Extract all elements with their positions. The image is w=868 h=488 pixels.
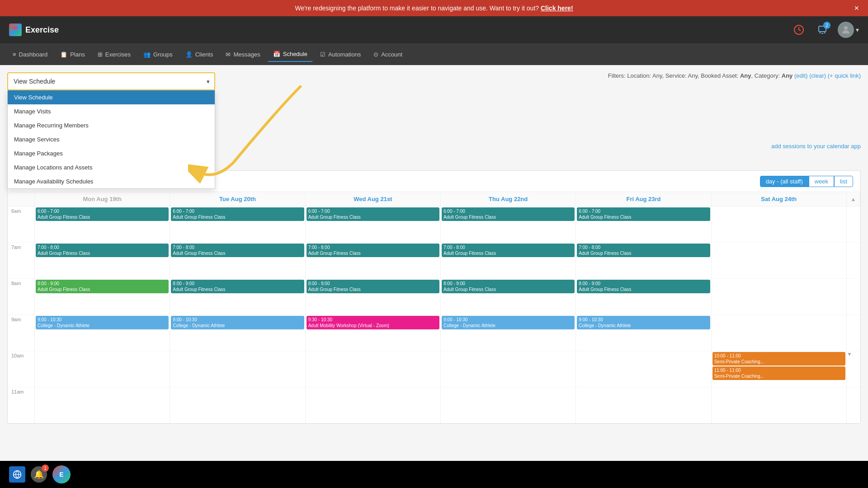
event-thu-8am[interactable]: 8:00 - 9:00 Adult Group Fitness Class	[442, 280, 575, 293]
cal-cell-mon-9am[interactable]: 9:00 - 10:30 College - Dynamic Athlete	[35, 315, 170, 351]
cal-cell-tue-8am[interactable]: 8:00 - 9:00 Adult Group Fitness Class	[170, 279, 305, 315]
event-title: Semi-Private Coaching...	[714, 359, 844, 365]
calendar-container: ‹ › day - (all staff) week list Mon Aug …	[7, 170, 861, 424]
event-thu-9am[interactable]: 9:00 - 10:30 College - Dynamic Athlete	[442, 316, 575, 329]
event-mon-6am[interactable]: 6:00 - 7:00 Adult Group Fitness Class	[36, 207, 169, 221]
cal-cell-tue-9am[interactable]: 9:00 - 10:30 College - Dynamic Athlete	[170, 315, 305, 351]
user-avatar-dropdown[interactable]: ▾	[838, 22, 859, 38]
event-time: 8:00 - 9:00	[579, 281, 708, 286]
cal-cell-wed-11am[interactable]	[306, 387, 441, 423]
nav-item-clients[interactable]: 👤 Clients	[180, 47, 219, 61]
notifications-button[interactable]: 2	[814, 22, 830, 38]
schedule-select[interactable]: View Schedule Manage Visits Manage Recur…	[7, 72, 215, 90]
dropdown-item-manage-packages[interactable]: Manage Packages	[8, 146, 215, 160]
cal-cell-wed-7am[interactable]: 7:00 - 8:00 Adult Group Fitness Class	[306, 243, 441, 279]
cal-cell-sat-8am[interactable]	[712, 279, 847, 315]
event-sat-10am-1[interactable]: 10:00 - 11:00 Semi-Private Coaching...	[712, 352, 845, 366]
taskbar-icon-browser[interactable]	[9, 466, 25, 477]
event-tue-7am[interactable]: 7:00 - 8:00 Adult Group Fitness Class	[171, 244, 304, 257]
event-tue-9am[interactable]: 9:00 - 10:30 College - Dynamic Athlete	[171, 316, 304, 329]
calendar-view-day[interactable]: day - (all staff)	[760, 176, 809, 187]
cal-cell-wed-8am[interactable]: 8:00 - 9:00 Adult Group Fitness Class	[306, 279, 441, 315]
quick-link[interactable]: (+ quick link)	[828, 72, 861, 79]
cal-cell-fri-11am[interactable]	[576, 387, 711, 423]
nav-item-schedule[interactable]: 📅 Schedule	[268, 47, 313, 62]
cal-cell-fri-6am[interactable]: 6:00 - 7:00 Adult Group Fitness Class	[576, 206, 711, 243]
clear-filter-link[interactable]: (clear)	[809, 72, 826, 79]
notification-badge: 2	[823, 22, 830, 29]
scroll-up-button[interactable]: ▲	[851, 196, 856, 202]
event-thu-6am[interactable]: 6:00 - 7:00 Adult Group Fitness Class	[442, 207, 575, 221]
cal-cell-mon-6am[interactable]: 6:00 - 7:00 Adult Group Fitness Class	[35, 206, 170, 243]
dropdown-item-view-schedule[interactable]: View Schedule	[8, 90, 215, 104]
nav-item-automations[interactable]: ☑ Automations	[315, 47, 366, 61]
nav-item-groups[interactable]: 👥 Groups	[138, 47, 178, 61]
cal-cell-mon-7am[interactable]: 7:00 - 8:00 Adult Group Fitness Class	[35, 243, 170, 279]
cal-cell-wed-6am[interactable]: 6:00 - 7:00 Adult Group Fitness Class	[306, 206, 441, 243]
event-time: 8:00 - 9:00	[308, 281, 438, 286]
event-wed-9am[interactable]: 9:30 - 10:30 Adult Mobility Workshop (Vi…	[307, 316, 439, 329]
event-tue-8am[interactable]: 8:00 - 9:00 Adult Group Fitness Class	[171, 280, 304, 293]
dropdown-item-manage-recurring[interactable]: Manage Recurring Members	[8, 118, 215, 132]
banner-close-button[interactable]: ×	[854, 4, 859, 13]
taskbar-app-icon[interactable]: E	[52, 465, 71, 477]
main-content: View Schedule Manage Visits Manage Recur…	[0, 65, 868, 477]
nav-item-dashboard[interactable]: ≡ Dashboard	[7, 47, 53, 61]
cal-cell-tue-6am[interactable]: 6:00 - 7:00 Adult Group Fitness Class	[170, 206, 305, 243]
cal-cell-wed-9am[interactable]: 9:30 - 10:30 Adult Mobility Workshop (Vi…	[306, 315, 441, 351]
cal-cell-tue-7am[interactable]: 7:00 - 8:00 Adult Group Fitness Class	[170, 243, 305, 279]
event-thu-7am[interactable]: 7:00 - 8:00 Adult Group Fitness Class	[442, 244, 575, 257]
cal-cell-thu-6am[interactable]: 6:00 - 7:00 Adult Group Fitness Class	[441, 206, 576, 243]
event-wed-6am[interactable]: 6:00 - 7:00 Adult Group Fitness Class	[307, 207, 439, 221]
app-logo[interactable]: Exercise	[9, 23, 59, 36]
event-wed-8am[interactable]: 8:00 - 9:00 Adult Group Fitness Class	[307, 280, 439, 293]
event-mon-7am[interactable]: 7:00 - 8:00 Adult Group Fitness Class	[36, 244, 169, 257]
event-wed-7am[interactable]: 7:00 - 8:00 Adult Group Fitness Class	[307, 244, 439, 257]
event-tue-6am[interactable]: 6:00 - 7:00 Adult Group Fitness Class	[171, 207, 304, 221]
nav-item-exercises[interactable]: ⊞ Exercises	[92, 47, 136, 61]
taskbar-badge: 1	[42, 465, 49, 472]
event-mon-8am[interactable]: 8:00 - 9:00 Adult Group Fitness Class	[36, 280, 169, 293]
dropdown-item-manage-visits[interactable]: Manage Visits	[8, 104, 215, 118]
event-fri-6am[interactable]: 6:00 - 7:00 Adult Group Fitness Class	[577, 207, 710, 221]
cal-cell-thu-9am[interactable]: 9:00 - 10:30 College - Dynamic Athlete	[441, 315, 576, 351]
cal-cell-thu-8am[interactable]: 8:00 - 9:00 Adult Group Fitness Class	[441, 279, 576, 315]
cal-cell-mon-8am[interactable]: 8:00 - 9:00 Adult Group Fitness Class	[35, 279, 170, 315]
edit-filter-link[interactable]: (edit)	[794, 72, 808, 79]
cal-cell-mon-11am[interactable]	[35, 387, 170, 423]
event-mon-9am[interactable]: 9:00 - 10:30 College - Dynamic Athlete	[36, 316, 169, 329]
calendar-link[interactable]: add sessions to your calendar app	[771, 143, 861, 150]
nav-item-messages[interactable]: ✉ Messages	[220, 47, 265, 61]
cal-cell-thu-10am[interactable]	[441, 351, 576, 387]
clock-icon-button[interactable]	[791, 22, 807, 38]
cal-cell-thu-11am[interactable]	[441, 387, 576, 423]
cal-cell-sat-11am[interactable]	[712, 387, 847, 423]
cal-cell-mon-10am[interactable]	[35, 351, 170, 387]
event-time: 6:00 - 7:00	[308, 208, 438, 214]
nav-item-account[interactable]: ⊙ Account	[368, 47, 408, 61]
event-fri-9am[interactable]: 9:00 - 10:30 College - Dynamic Athlete	[577, 316, 710, 329]
cal-cell-sat-7am[interactable]	[712, 243, 847, 279]
cal-cell-sat-10am[interactable]: 10:00 - 11:00 Semi-Private Coaching... 1…	[712, 351, 847, 387]
cal-cell-tue-10am[interactable]	[170, 351, 305, 387]
event-sat-10am-2[interactable]: 11:00 - 11:00 Semi-Private Coaching...	[712, 366, 845, 380]
dropdown-item-manage-availability[interactable]: Manage Availability Schedules	[8, 174, 215, 188]
banner-link[interactable]: Click here!	[541, 5, 573, 12]
nav-item-plans[interactable]: 📋 Plans	[55, 47, 90, 61]
dropdown-item-manage-locations[interactable]: Manage Locations and Assets	[8, 160, 215, 174]
cal-cell-thu-7am[interactable]: 7:00 - 8:00 Adult Group Fitness Class	[441, 243, 576, 279]
cal-cell-tue-11am[interactable]	[170, 387, 305, 423]
calendar-view-list[interactable]: list	[834, 176, 853, 187]
event-fri-8am[interactable]: 8:00 - 9:00 Adult Group Fitness Class	[577, 280, 710, 293]
cal-cell-sat-9am[interactable]	[712, 315, 847, 351]
cal-cell-fri-10am[interactable]	[576, 351, 711, 387]
scroll-down-button[interactable]: ▼	[847, 351, 852, 357]
cal-cell-wed-10am[interactable]	[306, 351, 441, 387]
cal-cell-fri-7am[interactable]: 7:00 - 8:00 Adult Group Fitness Class	[576, 243, 711, 279]
cal-cell-fri-8am[interactable]: 8:00 - 9:00 Adult Group Fitness Class	[576, 279, 711, 315]
calendar-view-week[interactable]: week	[809, 176, 834, 187]
dropdown-item-manage-services[interactable]: Manage Services	[8, 132, 215, 146]
cal-cell-fri-9am[interactable]: 9:00 - 10:30 College - Dynamic Athlete	[576, 315, 711, 351]
cal-cell-sat-6am[interactable]	[712, 206, 847, 243]
event-fri-7am[interactable]: 7:00 - 8:00 Adult Group Fitness Class	[577, 244, 710, 257]
